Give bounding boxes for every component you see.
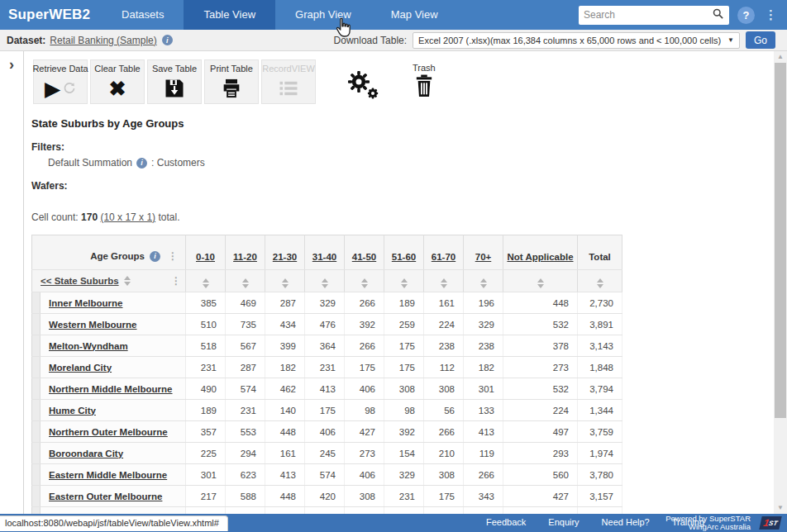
column-header-link[interactable]: 11-20 xyxy=(233,252,257,262)
dataset-info-icon[interactable]: i xyxy=(162,35,173,45)
sort-icon[interactable] xyxy=(282,278,289,288)
column-header-link[interactable]: 0-10 xyxy=(196,252,215,262)
data-cell: 434 xyxy=(265,314,305,335)
table-body: Inner Melbourne 385 469 287 329 266 189 … xyxy=(32,292,622,532)
data-cell: 308 xyxy=(384,378,424,400)
data-cell: 385 xyxy=(186,292,226,314)
filter-value: : Customers xyxy=(151,157,205,169)
data-cell: 427 xyxy=(503,486,578,507)
data-cell: 161 xyxy=(424,292,464,314)
row-axis-link[interactable]: << State Suburbs xyxy=(41,276,119,286)
tab-graph-view[interactable]: Graph View xyxy=(275,0,371,30)
row-gutter[interactable] xyxy=(32,292,41,314)
expand-sidebar-icon[interactable]: › xyxy=(0,56,23,74)
sort-icon[interactable] xyxy=(322,278,328,288)
row-label-link[interactable]: Melton-Wyndham xyxy=(49,341,128,351)
help-icon[interactable]: ? xyxy=(737,7,755,24)
content-area: Retrieve Data ▶ Clear Table ✖ Save Table xyxy=(25,51,774,532)
need-help-link[interactable]: Need Help? xyxy=(602,517,650,527)
tab-datasets[interactable]: Datasets xyxy=(102,0,184,30)
data-cell: 119 xyxy=(464,443,503,464)
column-header-link[interactable]: 70+ xyxy=(475,252,492,262)
filter-info-icon[interactable]: i xyxy=(136,158,147,169)
go-button[interactable]: Go xyxy=(746,31,775,49)
download-group: Download Table: Excel 2007 (.xlsx)(max 1… xyxy=(334,31,780,49)
dataset-link[interactable]: Retail Banking (Sample) xyxy=(50,35,156,46)
column-header-total: Total xyxy=(578,235,622,270)
data-cell: 574 xyxy=(305,464,345,486)
data-cell: 427 xyxy=(345,421,384,443)
print-table-button[interactable]: Print Table xyxy=(204,59,259,104)
data-cell: 567 xyxy=(226,335,265,357)
tab-map-view[interactable]: Map View xyxy=(371,0,458,30)
sort-icon[interactable] xyxy=(124,276,131,286)
row-label-link[interactable]: Moreland City xyxy=(49,363,112,373)
sort-icon[interactable] xyxy=(441,278,447,288)
row-label-link[interactable]: Northern Middle Melbourne xyxy=(49,384,173,394)
row-axis-kebab-icon[interactable]: ⋮ xyxy=(169,275,184,287)
column-header-link[interactable]: 41-50 xyxy=(352,252,376,262)
column-sort-cell xyxy=(265,270,305,292)
table-options-button[interactable] xyxy=(346,69,379,104)
cell-count-link[interactable]: (10 x 17 x 1) xyxy=(100,211,155,223)
data-cell: 553 xyxy=(226,421,265,443)
row-gutter[interactable] xyxy=(32,314,41,335)
scroll-up-icon[interactable]: ▲ xyxy=(774,51,787,63)
search-box[interactable] xyxy=(579,6,729,25)
age-groups-info-icon[interactable]: i xyxy=(150,251,160,262)
column-header-link[interactable]: 31-40 xyxy=(312,252,336,262)
row-label-link[interactable]: Hume City xyxy=(49,406,96,416)
tab-table-view[interactable]: Table View xyxy=(184,0,275,30)
search-input[interactable] xyxy=(584,9,712,21)
data-cell: 175 xyxy=(305,400,345,421)
sort-icon[interactable] xyxy=(242,278,249,288)
recordview-label: RecordVIEW xyxy=(262,64,315,74)
filter-name: Default Summation xyxy=(48,157,132,169)
row-gutter[interactable] xyxy=(32,421,41,443)
menu-kebab-icon[interactable]: ⋮ xyxy=(763,7,779,22)
column-axis-kebab-icon[interactable]: ⋮ xyxy=(165,250,180,262)
scrollbar-thumb[interactable] xyxy=(775,63,786,418)
row-gutter[interactable] xyxy=(32,357,41,378)
row-label-link[interactable]: Northern Outer Melbourne xyxy=(49,427,168,437)
table-row: Northern Outer Melbourne 357 553 448 406… xyxy=(32,421,622,443)
enquiry-link[interactable]: Enquiry xyxy=(548,517,579,527)
column-header-link[interactable]: 61-70 xyxy=(432,252,456,262)
row-gutter[interactable] xyxy=(32,443,41,464)
browser-status-url: localhost:8080/webapi/jsf/tableView/tabl… xyxy=(0,515,228,531)
vertical-scrollbar[interactable]: ▲ ▼ xyxy=(774,51,787,514)
data-cell: 3,143 xyxy=(578,335,622,357)
row-label-link[interactable]: Eastern Outer Melbourne xyxy=(49,492,162,501)
search-icon[interactable] xyxy=(712,7,724,23)
sort-icon[interactable] xyxy=(537,278,544,288)
row-label-link[interactable]: Boroondara City xyxy=(49,449,123,458)
scroll-down-icon[interactable]: ▼ xyxy=(774,502,787,514)
sort-icon[interactable] xyxy=(597,278,603,288)
sort-icon[interactable] xyxy=(203,278,209,288)
sort-icon[interactable] xyxy=(480,278,487,288)
row-gutter[interactable] xyxy=(32,400,41,421)
row-gutter[interactable] xyxy=(32,464,41,486)
row-label-link[interactable]: Eastern Middle Melbourne xyxy=(49,470,167,480)
retrieve-data-button[interactable]: Retrieve Data ▶ xyxy=(33,59,88,104)
trash-dropzone[interactable]: Trash xyxy=(413,59,436,97)
column-header-link[interactable]: Not Applicable xyxy=(507,252,573,262)
sort-icon[interactable] xyxy=(361,278,368,288)
column-header-link[interactable]: 51-60 xyxy=(392,252,416,262)
row-label-link[interactable]: Western Melbourne xyxy=(49,320,137,330)
column-header-link[interactable]: 21-30 xyxy=(273,252,297,262)
data-cell: 378 xyxy=(503,335,578,357)
clear-table-button[interactable]: Clear Table ✖ xyxy=(90,59,145,104)
row-gutter[interactable] xyxy=(32,335,41,357)
data-cell: 189 xyxy=(186,400,226,421)
row-gutter[interactable] xyxy=(32,378,41,400)
app-logo[interactable]: SuperWEB2 xyxy=(0,7,102,23)
save-table-button[interactable]: Save Table xyxy=(147,59,202,104)
data-cell: 154 xyxy=(384,443,424,464)
download-format-select[interactable]: Excel 2007 (.xlsx)(max 16,384 columns x … xyxy=(413,32,740,49)
row-label-link[interactable]: Inner Melbourne xyxy=(49,298,122,308)
row-gutter[interactable] xyxy=(32,486,41,507)
feedback-link[interactable]: Feedback xyxy=(486,517,526,527)
sort-icon[interactable] xyxy=(401,278,408,288)
table-row: Moreland City 231 287 182 231 175 175 11… xyxy=(32,357,622,378)
